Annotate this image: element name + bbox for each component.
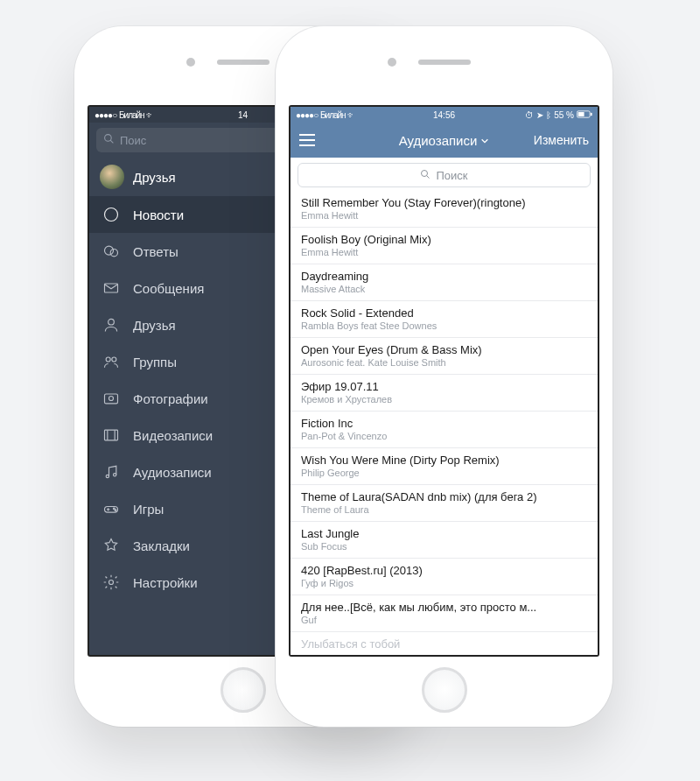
track-row[interactable]: 420 [RapBest.ru] (2013)Гуф и Rigos (290, 559, 598, 595)
profile-name: Друзья (133, 170, 176, 185)
track-title: Daydreaming (301, 270, 587, 284)
alarm-icon: ⏱ (525, 110, 534, 120)
track-row[interactable]: Wish You Were Mine (Dirty Pop Remix)Phil… (290, 448, 598, 485)
track-row[interactable]: Open Your Eyes (Drum & Bass Mix)Aurosoni… (290, 338, 598, 375)
track-artist: Emma Hewitt (301, 247, 587, 259)
sidebar-item-label: Друзья (133, 318, 176, 333)
sidebar-item-label: Сообщения (133, 281, 204, 296)
track-row[interactable]: Last JungleSub Focus (290, 522, 598, 559)
battery-icon (577, 110, 592, 120)
track-title: Эфир 19.07.11 (301, 380, 587, 394)
messages-icon (102, 278, 121, 298)
track-row[interactable]: Foolish Boy (Original Mix)Emma Hewitt (290, 228, 598, 264)
svg-point-6 (108, 319, 115, 325)
track-row[interactable]: Эфир 19.07.11Кремов и Хрусталев (290, 375, 598, 412)
sidebar-item-label: Закладки (133, 538, 190, 553)
home-button[interactable] (422, 667, 467, 713)
search-input[interactable]: Поиск (298, 163, 591, 187)
search-icon (420, 169, 430, 182)
home-button[interactable] (220, 667, 266, 713)
track-title: 420 [RapBest.ru] (2013) (301, 564, 587, 578)
svg-point-7 (106, 357, 110, 362)
svg-point-4 (110, 250, 117, 257)
sidebar-item-label: Фотографии (133, 391, 208, 406)
svg-rect-9 (105, 394, 118, 404)
svg-rect-5 (105, 284, 118, 292)
svg-point-25 (422, 170, 428, 176)
news-icon (102, 205, 121, 224)
svg-point-14 (106, 475, 108, 477)
audio-icon (102, 462, 121, 482)
svg-point-10 (109, 397, 114, 401)
sidebar-item-label: Видеозаписи (133, 428, 213, 443)
bookmarks-icon (102, 536, 121, 555)
edit-label: Изменить (534, 133, 589, 147)
carrier-label: Билайн (320, 110, 346, 120)
videos-icon (102, 426, 121, 445)
sidebar-item-label: Аудиозаписи (133, 465, 212, 480)
photos-icon (102, 389, 121, 408)
svg-point-0 (105, 135, 112, 142)
track-artist: Theme of Laura (301, 504, 587, 517)
track-list[interactable]: Still Remember You (Stay Forever)(ringto… (290, 191, 598, 655)
search-placeholder: Поис (120, 134, 146, 147)
track-title: Rock Solid - Extended (301, 306, 587, 320)
track-title: Last Jungle (301, 527, 587, 541)
track-artist: Кремов и Хрусталев (301, 394, 587, 406)
phone-frame-right: ●●●●○ Билайн ᯤ 14:56 ⏱ ➤ ᛒ 55 % Ауди (276, 26, 612, 727)
chevron-down-icon (480, 133, 489, 148)
settings-icon (102, 573, 121, 592)
track-row[interactable]: DaydreamingMassive Attack (290, 264, 598, 301)
groups-icon (102, 352, 121, 371)
sidebar-item-label: Настройки (133, 575, 198, 590)
replies-icon (102, 242, 121, 261)
location-icon: ➤ (536, 110, 543, 120)
track-row[interactable]: Theme of Laura(SADAN dnb mix) (для бега … (290, 485, 598, 522)
wifi-icon: ᯤ (347, 110, 355, 120)
track-title: Still Remember You (Stay Forever)(ringto… (301, 196, 587, 210)
friends-icon (102, 315, 121, 334)
track-artist: Rambla Boys feat Stee Downes (301, 320, 587, 333)
track-artist: Guf (301, 615, 587, 627)
svg-point-21 (109, 580, 114, 585)
battery-label: 55 % (554, 110, 574, 120)
navbar-title-label: Аудиозаписи (399, 133, 478, 148)
track-row[interactable]: Для нее..[Всё, как мы любим, это просто … (290, 595, 598, 632)
track-artist: Sub Focus (301, 541, 587, 553)
track-title: Fiction Inc (301, 417, 587, 431)
svg-point-19 (114, 508, 116, 510)
track-title: Open Your Eyes (Drum & Bass Mix) (301, 343, 587, 357)
wifi-icon: ᯤ (146, 110, 154, 120)
hamburger-icon[interactable] (299, 134, 369, 146)
audio-screen: ●●●●○ Билайн ᯤ 14:56 ⏱ ➤ ᛒ 55 % Ауди (289, 105, 599, 657)
track-title: Улыбаться с тобой (301, 637, 587, 651)
track-artist: Emma Hewitt (301, 210, 587, 222)
sidebar-item-label: Ответы (133, 244, 178, 259)
status-bar: ●●●●○ Билайн ᯤ 14:56 ⏱ ➤ ᛒ 55 % (290, 107, 598, 123)
track-row[interactable]: Улыбаться с тобой (290, 632, 598, 655)
sidebar-item-label: Игры (133, 502, 164, 517)
svg-point-3 (105, 246, 114, 255)
track-row[interactable]: Still Remember You (Stay Forever)(ringto… (290, 191, 598, 228)
svg-point-2 (105, 208, 118, 222)
edit-button[interactable]: Изменить (519, 133, 589, 147)
games-icon (102, 499, 121, 518)
avatar (100, 165, 124, 189)
navbar-title[interactable]: Аудиозаписи (399, 133, 490, 148)
track-title: Theme of Laura(SADAN dnb mix) (для бега … (301, 490, 587, 504)
sidebar-item-label: Группы (133, 355, 177, 369)
track-title: Wish You Were Mine (Dirty Pop Remix) (301, 454, 587, 468)
track-row[interactable]: Fiction IncPan-Pot & Vincenzo (290, 412, 598, 448)
svg-point-8 (112, 357, 116, 362)
search-placeholder: Поиск (436, 169, 467, 182)
track-title: Foolish Boy (Original Mix) (301, 233, 587, 247)
svg-point-20 (115, 510, 116, 511)
track-row[interactable]: Rock Solid - ExtendedRambla Boys feat St… (290, 301, 598, 338)
svg-rect-24 (591, 112, 592, 115)
track-artist: Aurosonic feat. Kate Louise Smith (301, 357, 587, 369)
svg-rect-11 (105, 430, 118, 440)
svg-line-26 (427, 175, 430, 178)
track-artist: Гуф и Rigos (301, 578, 587, 590)
track-artist: Pan-Pot & Vincenzo (301, 431, 587, 443)
track-artist: Massive Attack (301, 284, 587, 296)
